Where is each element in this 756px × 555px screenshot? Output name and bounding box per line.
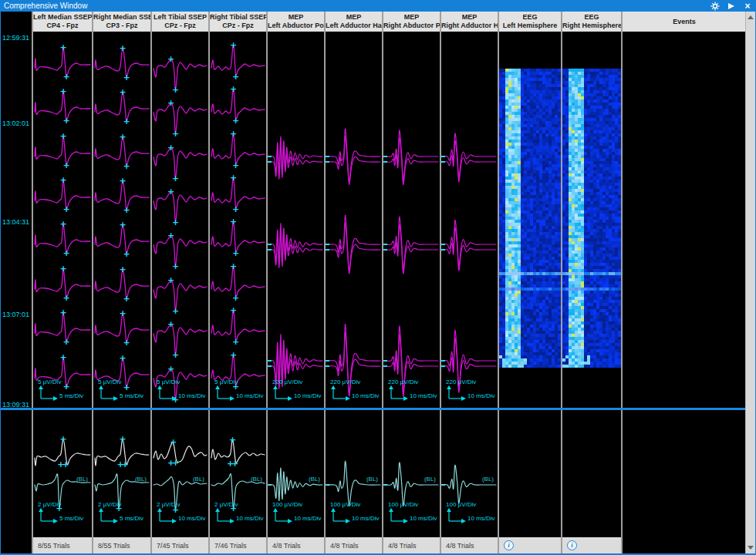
panel-grid: 12:59:3113:02:0113:04:3113:07:0113:09:31… xyxy=(1,12,746,553)
waterfall-eeg-right-hemisphere[interactable] xyxy=(562,32,621,408)
baseline-label: (BL) xyxy=(309,476,320,483)
status-eeg-right-hemisphere: i xyxy=(562,537,621,553)
current-eeg-right-hemisphere[interactable] xyxy=(562,410,621,537)
section-divider[interactable] xyxy=(0,408,747,410)
scroll-down-icon[interactable] xyxy=(748,546,754,550)
status-right-tibial-ssep: 7/46 Trials xyxy=(210,537,266,553)
vertical-scrollbar[interactable] xyxy=(745,12,755,553)
svg-text:+: + xyxy=(230,217,237,227)
header-eeg-right-hemisphere[interactable]: EEGRight Hemisphere xyxy=(562,12,621,32)
current-left-median-ssep[interactable]: ++++(BL)2 µV/Div5 ms/Div xyxy=(33,410,92,537)
header-right-tibial-ssep[interactable]: Right Tibial SSEPCPz - Fpz xyxy=(210,12,266,32)
waterfall-left-tibial-ssep[interactable]: ++++++++++++++++5 µV/Div10 ms/Div xyxy=(152,32,208,408)
svg-text:+: + xyxy=(232,116,239,126)
svg-text:+: + xyxy=(172,217,179,227)
svg-text:+: + xyxy=(59,352,66,362)
status-mep-left-abductor: 4/8 Trials xyxy=(268,537,324,553)
header-line1: EEG xyxy=(499,13,561,22)
time-label: 13:07:01 xyxy=(2,311,29,318)
time-label: 12:59:31 xyxy=(2,34,29,42)
column-left-median-ssep: Left Median SSEPCP4 - Fpz+++++++++++++++… xyxy=(32,12,92,553)
svg-text:+: + xyxy=(123,161,130,171)
header-mep-left-abductor[interactable]: MEPLeft Abductor Pol... xyxy=(268,12,324,32)
svg-text:+: + xyxy=(172,85,179,95)
header-line1: MEP xyxy=(326,13,382,22)
svg-text:+: + xyxy=(232,72,239,82)
svg-text:+: + xyxy=(230,503,237,513)
current-mep-right-adductor[interactable]: (BL)100 µV/Div10 ms/Div xyxy=(441,410,498,537)
info-icon[interactable]: i xyxy=(567,540,577,550)
svg-text:+: + xyxy=(119,434,126,444)
header-events[interactable]: Events xyxy=(623,12,746,32)
status-eeg-left-hemisphere: i xyxy=(499,537,561,553)
header-line2: Left Abductor Pol... xyxy=(268,22,324,30)
title-bar: Comprehensive Window × xyxy=(0,0,756,12)
svg-text:+: + xyxy=(231,459,238,469)
baseline-label: (BL) xyxy=(76,476,88,483)
svg-text:+: + xyxy=(62,160,69,170)
status-left-median-ssep: 8/55 Trials xyxy=(33,537,92,553)
waterfall-mep-left-abductor[interactable]: 220 µV/Div10 ms/Div xyxy=(268,32,324,408)
svg-text:+: + xyxy=(59,131,66,141)
header-left-median-ssep[interactable]: Left Median SSEPCP4 - Fpz xyxy=(33,12,92,32)
svg-text:+: + xyxy=(121,459,128,469)
svg-text:+: + xyxy=(167,275,174,285)
svg-text:+: + xyxy=(59,86,66,96)
svg-text:+: + xyxy=(62,337,69,347)
waterfall-mep-left-adductor[interactable]: 220 µV/Div10 ms/Div xyxy=(326,32,382,408)
status-right-median-ssep: 8/55 Trials xyxy=(93,537,150,553)
header-line1: Left Tibial SSEP xyxy=(152,13,208,22)
svg-text:+: + xyxy=(123,338,130,348)
current-right-tibial-ssep[interactable]: ++++(BL)2 µV/Div10 ms/Div xyxy=(210,410,266,537)
trial-count: 4/8 Trials xyxy=(272,542,301,550)
header-right-median-ssep[interactable]: Right Median SSEPCP3 - Fpz xyxy=(93,12,150,32)
svg-text:+: + xyxy=(62,204,69,214)
waterfall-left-median-ssep[interactable]: ++++++++++++++++5 µV/Div5 ms/Div xyxy=(33,32,92,408)
header-left-tibial-ssep[interactable]: Left Tibial SSEPCPz - Fpz xyxy=(152,12,208,32)
column-eeg-right-hemisphere: EEGRight Hemispherei xyxy=(561,12,621,553)
baseline-label: (BL) xyxy=(135,476,147,483)
header-line1: Left Median SSEP xyxy=(33,13,92,22)
svg-text:+: + xyxy=(123,294,130,304)
header-mep-right-abductor[interactable]: MEPRight Abductor P... xyxy=(383,12,440,32)
status-left-tibial-ssep: 7/45 Trials xyxy=(152,537,208,553)
svg-text:+: + xyxy=(232,293,239,303)
baseline-label: (BL) xyxy=(366,476,378,483)
svg-text:+: + xyxy=(172,350,179,360)
scroll-up-icon[interactable] xyxy=(748,15,754,19)
time-axis: 12:59:3113:02:0113:04:3113:07:0113:09:31 xyxy=(1,32,32,408)
waterfall-eeg-left-hemisphere[interactable] xyxy=(499,32,561,408)
svg-text:+: + xyxy=(123,116,130,126)
settings-icon[interactable] xyxy=(710,2,720,11)
svg-text:+: + xyxy=(232,248,239,258)
svg-text:+: + xyxy=(115,503,122,513)
header-eeg-left-hemisphere[interactable]: EEGLeft Hemisphere xyxy=(499,12,561,32)
waterfall-right-median-ssep[interactable]: ++++++++++++++++5 µV/Div5 ms/Div xyxy=(93,32,150,408)
close-icon[interactable]: × xyxy=(743,2,752,11)
current-mep-left-abductor[interactable]: (BL)100 µV/Div10 ms/Div xyxy=(268,410,324,537)
header-mep-left-adductor[interactable]: MEPLeft Adductor Hal... xyxy=(326,12,382,32)
svg-text:+: + xyxy=(119,220,126,230)
header-line2: Right Hemisphere xyxy=(562,22,621,30)
svg-text:+: + xyxy=(230,173,237,183)
header-line2: Right Adductor H... xyxy=(441,22,498,30)
waterfall-right-tibial-ssep[interactable]: ++++++++++++++++5 µV/Div10 ms/Div xyxy=(210,32,266,408)
current-left-tibial-ssep[interactable]: ++++(BL)2 µV/Div10 ms/Div xyxy=(152,410,208,537)
svg-text:+: + xyxy=(119,43,126,53)
current-mep-left-adductor[interactable]: (BL)100 µV/Div10 ms/Div xyxy=(326,410,382,537)
waterfall-mep-right-adductor[interactable]: 220 µV/Div10 ms/Div xyxy=(441,32,498,408)
trial-count: 4/8 Trials xyxy=(330,542,359,550)
baseline-label: (BL) xyxy=(193,476,204,483)
svg-text:+: + xyxy=(172,458,179,468)
info-icon[interactable]: i xyxy=(504,540,514,550)
eeg-spectrogram[interactable] xyxy=(562,69,621,368)
time-label: 13:09:31 xyxy=(2,401,29,408)
time-gutter-bottom xyxy=(1,410,32,537)
current-mep-right-abductor[interactable]: (BL)100 µV/Div10 ms/Div xyxy=(383,410,440,537)
pin-icon[interactable] xyxy=(727,2,736,11)
header-mep-right-adductor[interactable]: MEPRight Adductor H... xyxy=(441,12,498,32)
waterfall-mep-right-abductor[interactable]: 220 µV/Div10 ms/Div xyxy=(383,32,440,408)
current-right-median-ssep[interactable]: ++++(BL)2 µV/Div5 ms/Div xyxy=(93,410,150,537)
eeg-spectrogram[interactable] xyxy=(499,69,561,368)
current-eeg-left-hemisphere[interactable] xyxy=(499,410,561,537)
